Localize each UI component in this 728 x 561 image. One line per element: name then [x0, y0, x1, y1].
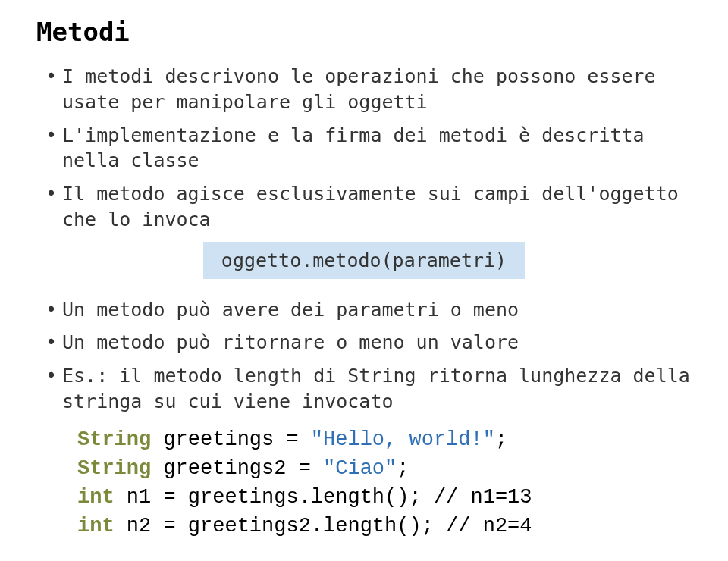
code-line: String greetings2 = "Ciao";	[77, 454, 692, 483]
keyword: int	[77, 515, 115, 537]
code-text: greetings =	[151, 428, 311, 451]
code-text: greetings2 =	[151, 457, 323, 480]
bullet-item: Un metodo può ritornare o meno un valore	[46, 330, 692, 356]
keyword: String	[77, 428, 151, 451]
bullet-item: Un metodo può avere dei parametri o meno	[46, 297, 692, 323]
code-line: String greetings = "Hello, world!";	[77, 425, 692, 454]
bullets-bottom: Un metodo può avere dei parametri o meno…	[36, 297, 692, 415]
code-text: n2 = greetings2.length(); // n2=4	[115, 515, 532, 537]
code-line: int n2 = greetings2.length(); // n2=4	[77, 512, 692, 541]
bullet-item: Es.: il metodo length di String ritorna …	[46, 363, 692, 415]
callout-row: oggetto.metodo(parametri)	[36, 242, 692, 279]
code-text: n1 = greetings.length(); // n1=13	[115, 486, 532, 509]
bullets-top: I metodi descrivono le operazioni che po…	[36, 64, 692, 233]
slide: Metodi I metodi descrivono le operazioni…	[0, 0, 728, 541]
code-block: String greetings = "Hello, world!"; Stri…	[77, 425, 692, 541]
bullet-item: L'implementazione e la firma dei metodi …	[46, 123, 692, 174]
code-text: ;	[495, 428, 507, 451]
bullet-item: I metodi descrivono le operazioni che po…	[46, 64, 692, 115]
keyword: int	[77, 486, 115, 509]
code-line: int n1 = greetings.length(); // n1=13	[77, 483, 692, 512]
syntax-callout: oggetto.metodo(parametri)	[203, 242, 525, 279]
code-text: ;	[397, 457, 409, 480]
string-literal: "Hello, world!"	[311, 428, 495, 451]
bullet-item: Il metodo agisce esclusivamente sui camp…	[46, 181, 692, 233]
string-literal: "Ciao"	[323, 457, 397, 480]
keyword: String	[77, 457, 151, 480]
page-title: Metodi	[36, 17, 692, 47]
